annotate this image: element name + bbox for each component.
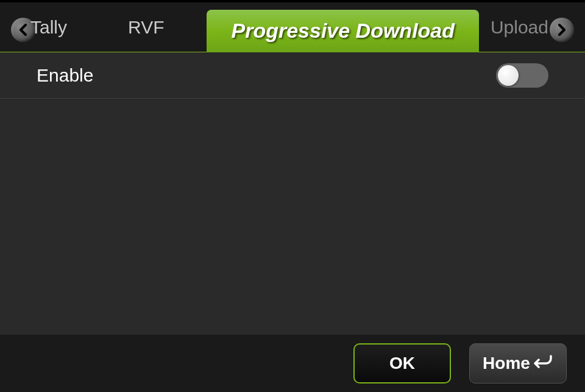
footer: OK Home bbox=[0, 335, 585, 392]
enable-row: Enable bbox=[0, 52, 585, 99]
nav-next-button[interactable] bbox=[550, 18, 574, 42]
ok-button[interactable]: OK bbox=[353, 343, 451, 383]
content-area: Enable bbox=[0, 52, 585, 335]
return-icon bbox=[534, 355, 553, 372]
empty-content-area bbox=[0, 99, 585, 335]
chevron-right-icon bbox=[557, 24, 567, 36]
ok-button-label: OK bbox=[389, 354, 415, 373]
tabs-container: Tally RVF Progressive Download Upload bbox=[0, 2, 585, 52]
toggle-knob bbox=[498, 65, 519, 86]
home-button[interactable]: Home bbox=[469, 343, 567, 383]
home-button-label: Home bbox=[483, 354, 530, 373]
tab-tally[interactable]: Tally bbox=[12, 7, 85, 48]
enable-label: Enable bbox=[37, 65, 93, 86]
enable-toggle[interactable] bbox=[496, 63, 548, 88]
tab-rvf[interactable]: RVF bbox=[110, 7, 182, 48]
tab-progressive-download[interactable]: Progressive Download bbox=[207, 10, 479, 52]
